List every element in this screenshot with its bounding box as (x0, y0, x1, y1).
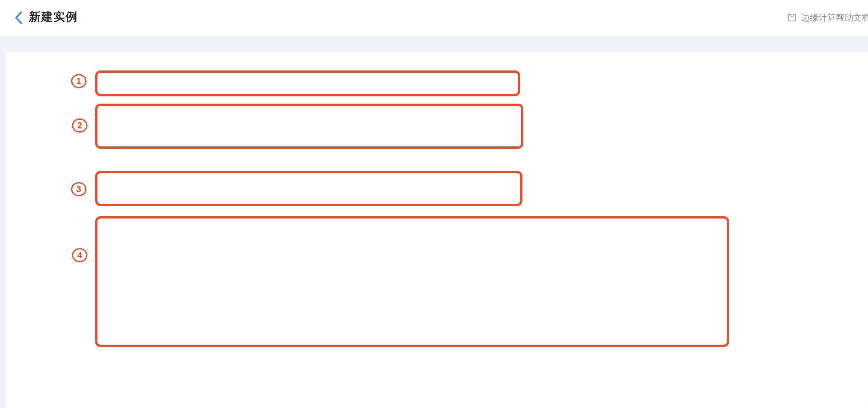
new-instance-page: 新建实例 边缘计算帮助文档 *选择镜像： 请选择镜像 实例描述： 节点资源池： … (0, 0, 868, 408)
back-icon[interactable] (14, 10, 23, 25)
help-doc-link[interactable]: 边缘计算帮助文档 (787, 12, 868, 24)
book-icon (787, 12, 797, 23)
page-header: 新建实例 边缘计算帮助文档 (0, 0, 868, 36)
page-title: 新建实例 (29, 9, 78, 25)
content-card (6, 53, 868, 408)
help-doc-label: 边缘计算帮助文档 (801, 12, 868, 24)
